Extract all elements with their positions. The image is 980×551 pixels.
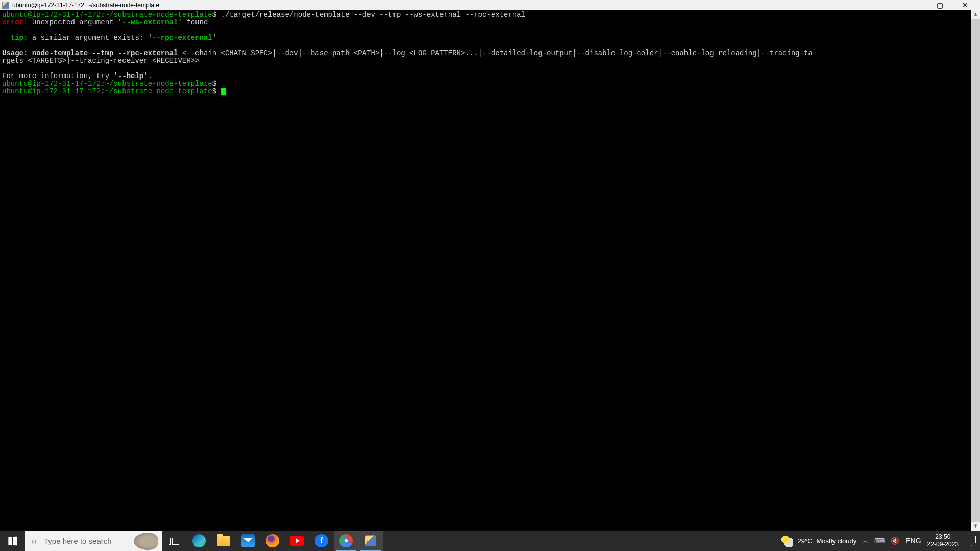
taskbar: ⌕ Type here to search f 29°C Mostly clou… <box>0 531 980 551</box>
search-box[interactable]: ⌕ Type here to search <box>24 531 162 551</box>
input-indicator-icon[interactable]: ⌨ <box>874 537 885 545</box>
taskbar-app-youtube[interactable] <box>285 531 309 551</box>
tip-label: tip: <box>11 34 28 42</box>
youtube-icon <box>290 536 304 546</box>
scrollbar-up-button[interactable]: ▲ <box>971 10 980 19</box>
windows-logo-icon <box>8 536 17 545</box>
taskbar-app-firefox[interactable] <box>260 531 285 551</box>
tray-overflow-button[interactable]: ︿ <box>863 537 868 545</box>
taskbar-app-mail[interactable] <box>236 531 260 551</box>
error-arg: --ws-external <box>122 18 178 27</box>
maximize-button[interactable]: ▢ <box>932 1 947 9</box>
search-decoration-rhino <box>134 533 158 550</box>
firefox-icon <box>266 534 279 547</box>
search-placeholder: Type here to search <box>44 537 112 545</box>
search-icon: ⌕ <box>32 536 37 545</box>
chrome-icon <box>339 534 353 547</box>
taskbar-app-chrome[interactable] <box>334 531 358 551</box>
start-button[interactable] <box>0 531 24 551</box>
scrollbar-thumb[interactable] <box>971 19 980 522</box>
putty-icon <box>2 2 9 9</box>
language-indicator[interactable]: ENG <box>905 537 921 545</box>
usage-label: Usage: <box>2 49 28 57</box>
usage-cmd: node-template --tmp --rpc-external <box>28 49 178 57</box>
clock-date: 22-09-2023 <box>927 541 959 548</box>
clock[interactable]: 23:50 22-09-2023 <box>927 533 959 548</box>
putty-icon <box>365 535 376 546</box>
taskbar-app-facebook[interactable]: f <box>309 531 334 551</box>
scrollbar-down-button[interactable]: ▼ <box>971 522 980 531</box>
clock-time: 23:50 <box>927 533 959 541</box>
mail-icon <box>241 534 255 547</box>
notifications-button[interactable] <box>965 536 976 546</box>
edge-icon <box>192 534 206 547</box>
tip-arg: --rpc-external <box>152 34 212 42</box>
prompt-user: ubuntu@ip-172-31-17-172 <box>2 11 101 19</box>
command-text: ./target/release/node-template --dev --t… <box>221 11 526 19</box>
facebook-icon: f <box>315 534 328 547</box>
notification-icon <box>965 536 976 546</box>
weather-widget[interactable]: 29°C Mostly cloudy <box>781 535 856 547</box>
task-view-icon <box>169 537 180 545</box>
weather-temp: 29°C <box>797 537 812 545</box>
minimize-button[interactable]: — <box>906 1 922 9</box>
taskbar-app-putty[interactable] <box>358 531 383 551</box>
window-title: ubuntu@ip-172-31-17-172: ~/substrate-nod… <box>12 2 159 9</box>
error-label: error: <box>2 18 28 27</box>
task-view-button[interactable] <box>162 531 187 551</box>
file-explorer-icon <box>217 536 230 546</box>
terminal-output[interactable]: ubuntu@ip-172-31-17-172:~/substrate-node… <box>0 10 980 531</box>
weather-cloudy-icon <box>781 535 793 547</box>
weather-desc: Mostly cloudy <box>817 537 857 545</box>
volume-mute-icon[interactable]: 🔇 <box>891 537 899 545</box>
prompt-path: ~/substrate-node-template <box>105 11 212 19</box>
terminal-cursor <box>221 88 226 95</box>
terminal-scrollbar[interactable]: ▲ ▼ <box>971 10 980 531</box>
window-titlebar: ubuntu@ip-172-31-17-172: ~/substrate-nod… <box>0 0 980 10</box>
taskbar-app-edge[interactable] <box>187 531 211 551</box>
taskbar-app-explorer[interactable] <box>211 531 236 551</box>
close-button[interactable]: ✕ <box>958 1 973 9</box>
